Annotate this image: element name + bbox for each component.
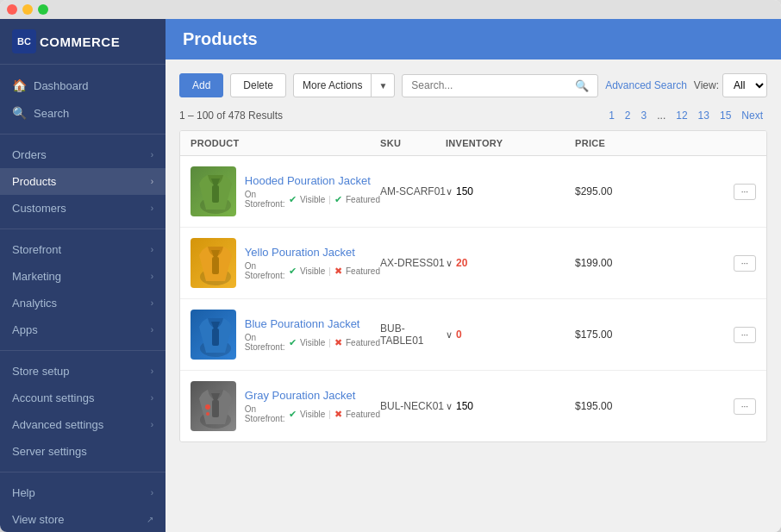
- sidebar-item-label: Marketing: [12, 270, 61, 283]
- page-15[interactable]: 15: [715, 108, 735, 123]
- sidebar-item-dashboard[interactable]: 🏠 Dashboard: [0, 72, 166, 99]
- sidebar-item-label: View store: [12, 513, 64, 526]
- product-thumbnail: [191, 310, 236, 360]
- chevron-right-icon: ›: [151, 245, 153, 254]
- inventory-value: 150: [456, 400, 473, 412]
- sidebar-item-label: Advanced settings: [12, 418, 103, 431]
- results-bar: 1 – 100 of 478 Results 1 2 3 ... 12 13 1…: [179, 108, 767, 123]
- sidebar-item-label: Customers: [12, 202, 66, 215]
- table-row: Gray Pouration Jacket On Storefront: ✔ V…: [180, 371, 766, 441]
- close-button[interactable]: [7, 4, 17, 15]
- view-select-input[interactable]: All: [722, 73, 767, 97]
- product-name[interactable]: Blue Pourationn Jacket: [245, 317, 380, 330]
- chevron-right-icon: ›: [151, 203, 153, 213]
- meta-visible: Visible: [300, 266, 325, 276]
- inventory-arrow-icon: ∨: [446, 329, 453, 341]
- row-action-button[interactable]: ···: [734, 398, 756, 415]
- product-thumbnail: [191, 238, 236, 288]
- sku-cell: AM-SCARF01: [380, 185, 446, 197]
- inventory-cell: ∨ 150: [446, 400, 575, 412]
- page-2[interactable]: 2: [621, 108, 635, 123]
- advanced-search-link[interactable]: Advanced Search: [605, 79, 687, 91]
- sidebar-item-orders[interactable]: Orders ›: [0, 141, 166, 168]
- page-1[interactable]: 1: [604, 108, 619, 123]
- action-cell: ···: [687, 255, 756, 272]
- sidebar-item-advanced-settings[interactable]: Advanced settings ›: [0, 411, 166, 438]
- inventory-cell: ∨ 0: [446, 329, 575, 341]
- meta-featured: Featured: [346, 266, 380, 276]
- price-cell: $175.00: [575, 329, 687, 341]
- dropdown-caret-icon: ▼: [372, 76, 394, 96]
- page-header: Products: [166, 19, 781, 59]
- featured-icon: ✔: [334, 194, 342, 205]
- main-content: Add Delete More Actions ▼ 🔍 Advanced Sea…: [166, 59, 781, 532]
- inventory-arrow-icon: ∨: [446, 186, 453, 197]
- row-action-button[interactable]: ···: [734, 327, 756, 343]
- delete-button[interactable]: Delete: [230, 73, 286, 97]
- sidebar-item-label: Account settings: [12, 391, 94, 404]
- sidebar-item-marketing[interactable]: Marketing ›: [0, 263, 166, 290]
- chevron-right-icon: ›: [151, 420, 153, 429]
- sidebar-item-server-settings[interactable]: Server settings: [0, 438, 166, 465]
- sidebar-item-label: Dashboard: [34, 79, 89, 92]
- sidebar-item-view-store[interactable]: View store ↗: [0, 506, 166, 532]
- inventory-value: 0: [456, 329, 462, 341]
- sidebar-item-help[interactable]: Help ›: [0, 479, 166, 506]
- row-action-button[interactable]: ···: [734, 184, 756, 200]
- minimize-button[interactable]: [22, 4, 33, 15]
- page-next[interactable]: Next: [737, 108, 767, 123]
- sidebar-item-label: Server settings: [12, 445, 87, 458]
- app-body: BC COMMERCE 🏠 Dashboard 🔍 Search: [0, 19, 781, 532]
- featured-icon: ✖: [334, 266, 342, 277]
- more-actions-dropdown[interactable]: More Actions ▼: [293, 73, 395, 97]
- sidebar-item-store-setup[interactable]: Store setup ›: [0, 358, 166, 385]
- meta-storefront: On Storefront:: [245, 190, 285, 209]
- product-thumbnail: [191, 166, 236, 216]
- table-row: Hooded Pouration Jacket On Storefront: ✔…: [180, 156, 766, 228]
- sidebar-nav-top: 🏠 Dashboard 🔍 Search: [0, 65, 166, 135]
- page-3[interactable]: 3: [637, 108, 652, 123]
- main-content-area: Products Add Delete More Actions ▼ 🔍 Adv…: [166, 19, 781, 532]
- table-header: Product SKU Inventory Price: [180, 131, 766, 156]
- page-13[interactable]: 13: [694, 108, 714, 123]
- add-button[interactable]: Add: [179, 73, 223, 97]
- meta-featured: Featured: [346, 410, 380, 419]
- sidebar-item-search[interactable]: 🔍 Search: [0, 99, 166, 127]
- svg-point-8: [205, 404, 210, 410]
- sidebar-item-customers[interactable]: Customers ›: [0, 195, 166, 222]
- visible-icon: ✔: [289, 337, 297, 348]
- sidebar-item-storefront[interactable]: Storefront ›: [0, 236, 166, 263]
- product-cell: Gray Pouration Jacket On Storefront: ✔ V…: [191, 381, 380, 431]
- search-input[interactable]: [411, 79, 570, 91]
- product-cell: Yello Pouration Jacket On Storefront: ✔ …: [191, 238, 380, 288]
- sidebar-item-label: Orders: [12, 148, 47, 161]
- action-cell: ···: [687, 184, 756, 200]
- page-12[interactable]: 12: [672, 108, 691, 123]
- visible-icon: ✔: [289, 266, 297, 277]
- table-row: Yello Pouration Jacket On Storefront: ✔ …: [180, 228, 766, 299]
- inventory-value: 20: [456, 257, 467, 269]
- search-icon: 🔍: [575, 79, 589, 92]
- product-name[interactable]: Yello Pouration Jacket: [245, 246, 380, 259]
- sidebar-section-main: Orders › Products › Customers ›: [0, 135, 166, 229]
- sidebar-item-products[interactable]: Products ›: [0, 168, 166, 195]
- product-name[interactable]: Hooded Pouration Jacket: [245, 174, 380, 187]
- logo-icon: BC: [12, 29, 36, 53]
- maximize-button[interactable]: [38, 4, 48, 15]
- meta-featured: Featured: [346, 195, 380, 204]
- search-box[interactable]: 🔍: [402, 74, 598, 97]
- title-bar: [0, 0, 781, 19]
- sidebar-item-label: Apps: [12, 323, 38, 336]
- sku-cell: AX-DRESS01: [380, 257, 446, 269]
- meta-featured: Featured: [346, 338, 380, 347]
- sidebar-item-account-settings[interactable]: Account settings ›: [0, 385, 166, 411]
- app-window: BC COMMERCE 🏠 Dashboard 🔍 Search: [0, 0, 781, 532]
- product-name[interactable]: Gray Pouration Jacket: [245, 389, 380, 402]
- col-inventory: Inventory: [446, 138, 575, 148]
- sidebar-item-apps[interactable]: Apps ›: [0, 316, 166, 343]
- row-action-button[interactable]: ···: [734, 255, 756, 272]
- chevron-right-icon: ›: [151, 177, 153, 186]
- inventory-value: 150: [456, 185, 473, 197]
- sidebar-item-analytics[interactable]: Analytics ›: [0, 290, 166, 316]
- svg-rect-5: [212, 329, 219, 346]
